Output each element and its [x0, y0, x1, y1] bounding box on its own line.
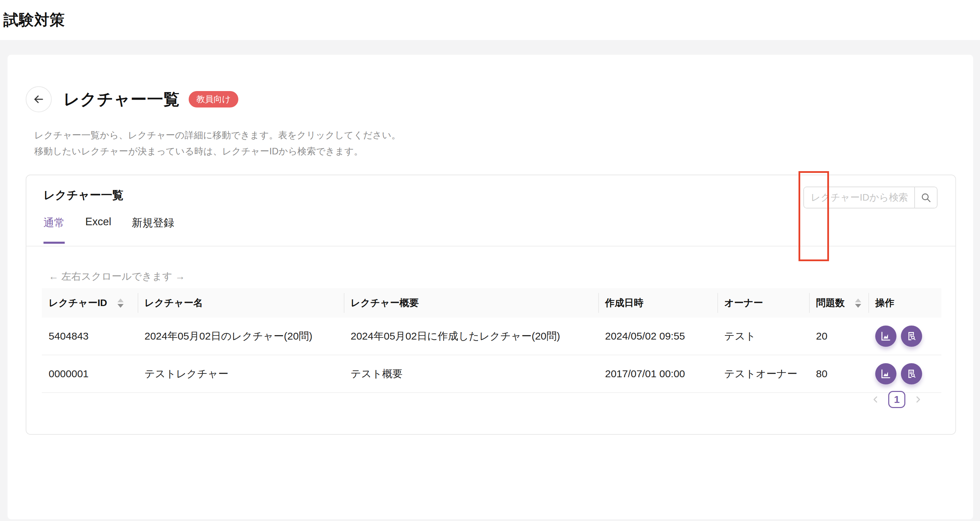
lecture-list-panel: レクチャー一覧 通常 Excel 新規登録 ← 左右スクロールできます → — [26, 175, 956, 435]
lecture-detail-button[interactable] — [901, 326, 922, 347]
tab-excel[interactable]: Excel — [85, 216, 111, 244]
cell-owner[interactable]: テスト — [718, 318, 809, 355]
tab-bar: 通常 Excel 新規登録 — [43, 216, 174, 244]
cell-lecture-id[interactable]: 0000001 — [42, 355, 138, 392]
col-header-lecture-id: レクチャーID — [42, 288, 138, 318]
section-description: レクチャー一覧から、レクチャーの詳細に移動できます。表をクリックしてください。 … — [34, 127, 401, 159]
chart-button[interactable] — [875, 326, 896, 347]
lecture-id-search — [803, 187, 937, 208]
sort-toggle-question-count[interactable] — [855, 299, 861, 308]
col-label: 問題数 — [816, 297, 845, 310]
col-header-question-count: 問題数 — [809, 288, 869, 318]
scroll-hint: ← 左右スクロールできます → — [49, 270, 185, 283]
file-search-icon — [906, 368, 917, 380]
pagination: 1 — [870, 391, 923, 408]
chart-icon — [880, 368, 892, 380]
chevron-left-icon — [870, 394, 881, 405]
arrow-left-icon — [32, 93, 45, 106]
cell-lecture-name[interactable]: 2024年05月02日のレクチャー(20問) — [138, 318, 344, 355]
cell-lecture-summary[interactable]: テスト概要 — [344, 355, 598, 392]
col-label: 作成日時 — [605, 297, 643, 310]
tab-normal[interactable]: 通常 — [43, 216, 65, 244]
table-row[interactable]: 0000001 テストレクチャー テスト概要 2017/07/01 00:00 … — [42, 355, 941, 392]
lecture-table: レクチャーID レクチャー名 レクチャー概要 作成日時 オーナー 問題数 — [42, 288, 941, 393]
tab-new-registration[interactable]: 新規登録 — [132, 216, 174, 244]
content-card: レクチャー一覧 教員向け レクチャー一覧から、レクチャーの詳細に移動できます。表… — [8, 55, 973, 519]
col-header-lecture-summary: レクチャー概要 — [344, 288, 598, 318]
prev-page-button[interactable] — [870, 394, 881, 405]
section-heading: レクチャー一覧 教員向け — [26, 86, 238, 113]
col-label: レクチャー名 — [145, 297, 203, 310]
cell-created-at[interactable]: 2024/05/02 09:55 — [598, 318, 718, 355]
col-header-lecture-name: レクチャー名 — [138, 288, 344, 318]
chart-button[interactable] — [875, 363, 896, 384]
search-input[interactable] — [804, 187, 914, 208]
panel-title: レクチャー一覧 — [43, 187, 124, 203]
chevron-right-icon — [913, 394, 923, 405]
cell-question-count[interactable]: 20 — [809, 318, 869, 355]
col-label: レクチャー概要 — [351, 297, 419, 310]
col-header-created-at: 作成日時 — [598, 288, 718, 318]
row-actions — [875, 326, 941, 347]
lecture-table-wrap: レクチャーID レクチャー名 レクチャー概要 作成日時 オーナー 問題数 — [42, 288, 941, 393]
col-header-owner: オーナー — [718, 288, 809, 318]
back-button[interactable] — [26, 86, 52, 112]
section-title: レクチャー一覧 — [64, 89, 180, 110]
table-header-row: レクチャーID レクチャー名 レクチャー概要 作成日時 オーナー 問題数 — [42, 288, 941, 318]
sort-toggle-lecture-id[interactable] — [118, 299, 124, 308]
next-page-button[interactable] — [913, 394, 923, 405]
cell-created-at[interactable]: 2017/07/01 00:00 — [598, 355, 718, 392]
col-label: 操作 — [875, 297, 894, 310]
page-header: 試験対策 — [0, 0, 980, 40]
cell-lecture-summary[interactable]: 2024年05月02日に作成したレクチャー(20問) — [344, 318, 598, 355]
col-label: オーナー — [724, 297, 763, 310]
description-line: レクチャー一覧から、レクチャーの詳細に移動できます。表をクリックしてください。 — [34, 127, 401, 143]
lecture-detail-button[interactable] — [901, 363, 922, 384]
cell-lecture-name[interactable]: テストレクチャー — [138, 355, 344, 392]
page-number-current[interactable]: 1 — [888, 391, 905, 408]
cell-question-count[interactable]: 80 — [809, 355, 869, 392]
file-search-icon — [906, 330, 917, 342]
col-header-actions: 操作 — [869, 288, 941, 318]
chart-icon — [880, 330, 892, 342]
table-row[interactable]: 5404843 2024年05月02日のレクチャー(20問) 2024年05月0… — [42, 318, 941, 355]
cell-owner[interactable]: テストオーナー — [718, 355, 809, 392]
description-line: 移動したいレクチャーが決まっている時は、レクチャーIDから検索できます。 — [34, 143, 401, 159]
audience-badge: 教員向け — [189, 91, 238, 108]
search-button[interactable] — [914, 187, 937, 208]
page-title: 試験対策 — [3, 10, 65, 30]
cell-lecture-id[interactable]: 5404843 — [42, 318, 138, 355]
row-actions — [875, 363, 941, 384]
col-label: レクチャーID — [49, 297, 107, 310]
search-icon — [920, 192, 931, 203]
tabs-divider — [26, 246, 955, 246]
